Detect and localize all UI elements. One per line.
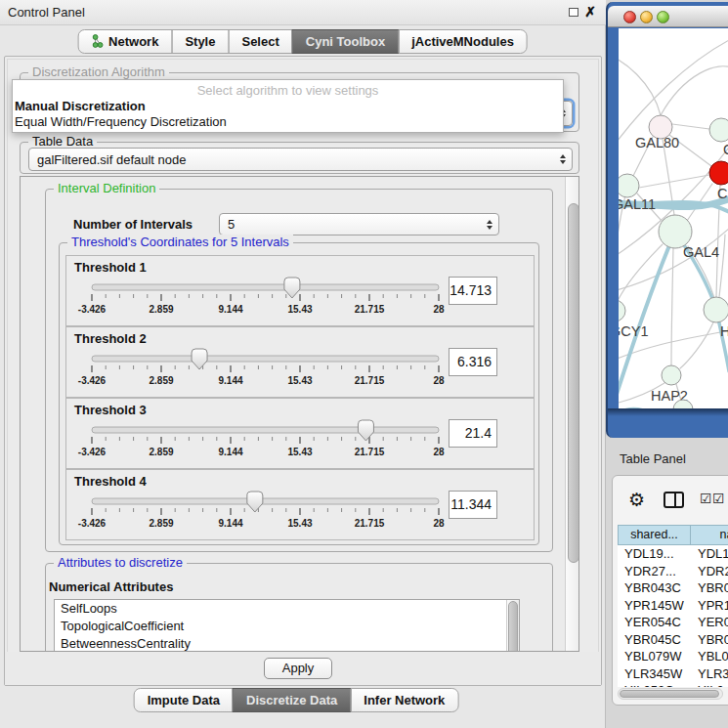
threshold-slider[interactable]: -3.4262.8599.14415.4321.71528 xyxy=(82,272,453,317)
group-label: Threshold's Coordinates for 5 Intervals xyxy=(67,235,293,249)
network-node[interactable] xyxy=(619,300,625,321)
table-row[interactable]: YDL19...YDL1 xyxy=(618,545,728,563)
checkbox-icon[interactable]: ☑ xyxy=(700,491,712,506)
network-node[interactable] xyxy=(709,118,728,142)
svg-text:9.144: 9.144 xyxy=(218,447,242,457)
dropdown-item[interactable]: Manual Discretization xyxy=(13,99,563,114)
apply-bar: Apply xyxy=(5,652,601,685)
network-canvas[interactable]: GAL80GACGAL11GAL4GCY1HHAP2 xyxy=(619,28,728,408)
tab-discretize-data[interactable]: Discretize Data xyxy=(233,688,351,712)
attribute-list-item[interactable]: TopologicalCoefficient xyxy=(55,618,519,635)
svg-text:28: 28 xyxy=(433,304,445,315)
table-data-combo[interactable]: galFiltered.sif default node xyxy=(28,148,573,171)
svg-text:15.43: 15.43 xyxy=(287,304,312,315)
table-panel-toolbar: ⚙ ☑ ☑ xyxy=(612,487,728,520)
gear-icon[interactable]: ⚙ xyxy=(628,489,645,511)
svg-text:-3.426: -3.426 xyxy=(78,304,107,315)
split-panel-icon[interactable] xyxy=(664,492,684,508)
threshold-slider[interactable]: -3.4262.8599.14415.4321.71528 xyxy=(82,486,453,531)
tab-impute-data[interactable]: Impute Data xyxy=(134,688,234,712)
network-node[interactable] xyxy=(662,365,681,385)
tab-jactivemnodules[interactable]: jActiveMNodules xyxy=(398,29,528,54)
combo-arrows-icon xyxy=(554,154,572,164)
tab-infer-network[interactable]: Infer Network xyxy=(350,688,458,712)
threshold-panel: Threshold 1-3.4262.8599.14415.4321.71528… xyxy=(65,255,535,326)
group-label: Attributes to discretize xyxy=(54,555,187,570)
svg-text:2.859: 2.859 xyxy=(149,518,173,529)
number-of-intervals-combo[interactable]: 5 xyxy=(219,213,499,236)
threshold-value-field[interactable]: 14.713 xyxy=(449,277,497,305)
node-label: C xyxy=(717,186,727,201)
numerical-attributes-list[interactable]: SelfLoopsTopologicalCoefficientBetweenne… xyxy=(54,599,520,652)
svg-text:9.144: 9.144 xyxy=(218,375,242,386)
threshold-value-field[interactable]: 21.4 xyxy=(449,419,497,448)
close-traffic-light-icon[interactable] xyxy=(623,11,636,23)
svg-text:9.144: 9.144 xyxy=(218,304,242,315)
threshold-slider[interactable]: -3.4262.8599.14415.4321.71528 xyxy=(82,343,453,388)
scrollbar-thumb[interactable] xyxy=(508,601,518,652)
node-attribute-table[interactable]: shared...naYDL19...YDL1YDR27...YDR2YBR04… xyxy=(618,525,728,687)
checkbox-icon[interactable]: ☑ xyxy=(712,491,725,506)
table-row[interactable]: YER054CYER0 xyxy=(618,614,728,631)
svg-text:15.43: 15.43 xyxy=(287,375,312,386)
dropdown-item[interactable]: Equal Width/Frequency Discretization xyxy=(13,114,563,130)
svg-text:21.715: 21.715 xyxy=(355,447,385,457)
node-label: GA xyxy=(723,142,728,157)
network-node[interactable] xyxy=(619,174,639,197)
svg-text:21.715: 21.715 xyxy=(355,304,385,315)
network-node[interactable] xyxy=(659,215,692,248)
panel-scrollbar[interactable] xyxy=(565,177,579,652)
apply-button[interactable]: Apply xyxy=(264,658,332,679)
attribute-list-item[interactable]: SelfLoops xyxy=(55,600,519,618)
table-row[interactable]: YDR27...YDR2 xyxy=(618,563,728,580)
scrollbar-thumb[interactable] xyxy=(568,203,579,563)
table-row[interactable]: YBR043CYBR0 xyxy=(618,579,728,597)
svg-text:-3.426: -3.426 xyxy=(78,375,107,386)
table-row[interactable]: YLR345WYLR3 xyxy=(618,665,728,683)
threshold-panel: Threshold 2-3.4262.8599.14415.4321.71528… xyxy=(65,326,535,398)
slider-thumb[interactable] xyxy=(358,420,373,441)
minimize-traffic-light-icon[interactable] xyxy=(640,11,653,23)
network-node[interactable] xyxy=(709,161,728,185)
slider-thumb[interactable] xyxy=(284,278,300,298)
threshold-value-field[interactable]: 11.344 xyxy=(449,491,497,519)
tab-cyni-toolbox[interactable]: Cyni Toolbox xyxy=(292,29,399,54)
network-window-titlebar[interactable] xyxy=(608,6,728,27)
node-label: GAL11 xyxy=(619,196,656,212)
tab-network[interactable]: Network xyxy=(77,29,172,54)
threshold-slider[interactable]: -3.4262.8599.14415.4321.71528 xyxy=(82,414,453,459)
interval-definition-group: Interval Definition Number of Intervals … xyxy=(45,189,553,552)
network-node[interactable] xyxy=(704,297,728,322)
table-row[interactable]: YIL052CYIL0 xyxy=(618,682,728,687)
zoom-traffic-light-icon[interactable] xyxy=(657,11,669,23)
threshold-value-field[interactable]: 6.316 xyxy=(449,348,497,376)
combo-arrows-icon xyxy=(481,220,498,230)
table-column-header[interactable]: na xyxy=(690,525,728,545)
svg-text:15.43: 15.43 xyxy=(287,447,312,457)
attributes-group: Attributes to discretize Numerical Attri… xyxy=(45,563,553,652)
table-row[interactable]: YBR045CYBR0 xyxy=(618,631,728,649)
tab-select[interactable]: Select xyxy=(228,29,292,54)
slider-thumb[interactable] xyxy=(192,349,207,369)
application-root: GAL80GACGAL11GAL4GCY1HHAP2 Table Panel ⚙… xyxy=(0,0,728,728)
tab-style[interactable]: Style xyxy=(171,29,229,54)
svg-text:28: 28 xyxy=(433,447,445,457)
attribute-list-item[interactable]: BetweennessCentrality xyxy=(55,635,519,652)
table-horizontal-scrollbar[interactable] xyxy=(618,688,723,700)
network-window-inner-shadow xyxy=(608,408,728,416)
node-label: GAL80 xyxy=(635,135,679,150)
table-row[interactable]: YBL079WYBL0 xyxy=(618,648,728,665)
scrollbar-thumb[interactable] xyxy=(620,690,719,698)
control-panel-titlebar: Control Panel ✗ xyxy=(0,0,606,25)
list-scrollbar[interactable] xyxy=(506,600,519,652)
slider-thumb[interactable] xyxy=(247,492,263,512)
svg-text:2.859: 2.859 xyxy=(149,375,173,386)
table-column-header[interactable]: shared... xyxy=(618,525,691,545)
top-tab-bar: NetworkStyleSelectCyni ToolboxjActiveMNo… xyxy=(77,29,528,54)
table-data-group: Table Data galFiltered.sif default node xyxy=(20,142,579,174)
float-window-icon[interactable] xyxy=(569,8,578,17)
table-row[interactable]: YPR145WYPR1 xyxy=(618,597,728,615)
dropdown-placeholder-item[interactable]: Select algorithm to view settings xyxy=(13,80,563,99)
close-icon[interactable]: ✗ xyxy=(584,4,596,20)
panel-title: Control Panel xyxy=(8,5,85,20)
